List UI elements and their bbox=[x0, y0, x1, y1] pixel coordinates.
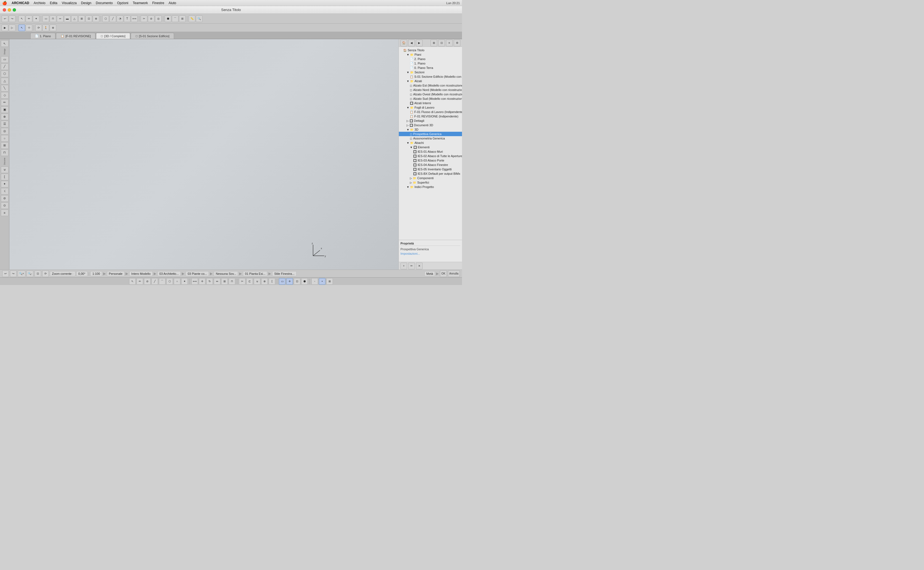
menu-visualizza[interactable]: Visualizza bbox=[60, 0, 78, 6]
tree-ies01[interactable]: 🔲 IES-01 Abaco Muri bbox=[399, 149, 462, 154]
tool-poly[interactable]: ⬡ bbox=[1, 70, 9, 77]
bt-eraser[interactable]: ⊘ bbox=[144, 278, 150, 285]
elev-tool[interactable]: ⊘ bbox=[148, 15, 155, 22]
tree-piano0[interactable]: 📄 0. Piano Terra bbox=[399, 66, 462, 70]
menu-archivio[interactable]: Archivio bbox=[32, 0, 48, 6]
tree-f01-flusso[interactable]: 📋 F-01 Flusso di Lavoro (Indipendente) bbox=[399, 110, 462, 114]
tree-ies03[interactable]: 🔲 IES-03 Abaco Porte bbox=[399, 158, 462, 162]
panel-home[interactable]: 🏠 bbox=[401, 40, 407, 46]
status-model[interactable]: Intero Modello bbox=[129, 271, 152, 276]
bt-star[interactable]: ✦ bbox=[181, 278, 188, 285]
tree-indici[interactable]: ▼ 📁 Indici Progetto bbox=[399, 185, 462, 189]
tool-symbol[interactable]: ⊎ bbox=[1, 167, 9, 173]
door-tool[interactable]: ⊞ bbox=[78, 15, 85, 22]
tree-alzato-ovest[interactable]: ◻ Alzato Ovest (Modello con ricostruzion… bbox=[399, 92, 462, 97]
tree-alzato-est[interactable]: ◻ Alzato Est (Modello con ricostruzione … bbox=[399, 83, 462, 88]
bt-mirror[interactable]: ⇔ bbox=[214, 278, 220, 285]
tree-alzati-int[interactable]: 🔲 Alzati Interni bbox=[399, 101, 462, 105]
bt-adjust[interactable]: ⟦ bbox=[269, 278, 275, 285]
tree-3d[interactable]: ▼ 📁 3D bbox=[399, 127, 462, 132]
tool-cross[interactable]: ⊕ bbox=[1, 113, 9, 120]
bt-arrow[interactable]: ↖ bbox=[129, 278, 136, 285]
tree-elementi[interactable]: ▼ 🔲 Elementi bbox=[399, 145, 462, 149]
tree-piano1[interactable]: 📄 1. Piano bbox=[399, 61, 462, 66]
apple-menu[interactable]: 🍎 bbox=[2, 1, 7, 5]
tree-ies04[interactable]: 🔲 IES-04 Abaco Finestre bbox=[399, 162, 462, 167]
select-tool[interactable]: ↖ bbox=[1, 40, 9, 47]
tool-line[interactable]: ╱ bbox=[1, 63, 9, 70]
3d-nav[interactable]: ⊕ bbox=[50, 25, 56, 31]
bt-line[interactable]: ╱ bbox=[152, 278, 158, 285]
roof-tool[interactable]: △ bbox=[71, 15, 78, 22]
menu-opzioni[interactable]: Opzioni bbox=[115, 0, 130, 6]
panel-forward[interactable]: ▶ bbox=[416, 40, 422, 46]
select-arrow[interactable]: ↖ bbox=[18, 25, 25, 31]
tree-alzati[interactable]: ▼ 📁 Alzati bbox=[399, 79, 462, 83]
bt-scale[interactable]: ⊞ bbox=[221, 278, 228, 285]
minimize-button[interactable] bbox=[8, 8, 11, 12]
bt-grid[interactable]: ⊞ bbox=[326, 278, 333, 285]
menu-aiuto[interactable]: Aiuto bbox=[167, 0, 178, 6]
window-tool[interactable]: ⊡ bbox=[86, 15, 92, 22]
tool-pencil[interactable]: ✏ bbox=[1, 99, 9, 106]
tree-alzato-sud[interactable]: ◻ Alzato Sud (Modello con ricostruzione … bbox=[399, 97, 462, 101]
panel-view1[interactable]: ⊞ bbox=[431, 40, 437, 46]
tab-s01[interactable]: ◻ [S-01 Sezione Edificio] bbox=[131, 33, 174, 39]
status-scale[interactable]: 1:100 bbox=[91, 271, 102, 276]
nav-btn2[interactable]: ▷ bbox=[9, 25, 15, 31]
tool-grid[interactable]: ☰ bbox=[1, 121, 9, 127]
tree-fogli[interactable]: ▼ 📁 Fogli di Lavoro bbox=[399, 105, 462, 110]
dim-tool[interactable]: ⟺ bbox=[131, 15, 138, 22]
undo-button[interactable]: ↩ bbox=[2, 15, 8, 22]
canvas-area[interactable]: y x z bbox=[9, 39, 399, 270]
panel-add[interactable]: + bbox=[401, 263, 407, 269]
tool-noslash[interactable]: ⊘ bbox=[1, 195, 9, 202]
status-layer[interactable]: Personale bbox=[107, 271, 125, 276]
bt-3d-move[interactable]: ✛ bbox=[286, 278, 293, 285]
tool-bullseye[interactable]: ⊙ bbox=[1, 202, 9, 209]
status-angle-val[interactable]: 0,00° bbox=[77, 271, 87, 276]
panel-view3[interactable]: ≡ bbox=[446, 40, 453, 46]
status-penset[interactable]: 03 Architetto... bbox=[158, 271, 181, 276]
menu-finestre[interactable]: Finestre bbox=[150, 0, 166, 6]
panel-back[interactable]: ◀ bbox=[408, 40, 415, 46]
nav-btn1[interactable]: ▶ bbox=[2, 25, 8, 31]
panel-edit[interactable]: ✏ bbox=[408, 263, 415, 269]
zoom-in[interactable]: 🔍 bbox=[196, 15, 203, 22]
tree-piani[interactable]: ▼ 📁 Piani bbox=[399, 52, 462, 57]
line-tool[interactable]: ╱ bbox=[109, 15, 116, 22]
tool-rect[interactable]: ⊞ bbox=[1, 142, 9, 149]
bt-poly[interactable]: ⬡ bbox=[166, 278, 173, 285]
camera-tool[interactable]: ◎ bbox=[155, 15, 162, 22]
obj-tool[interactable]: ⊕ bbox=[93, 15, 99, 22]
bt-3d-ortho[interactable]: ⊡ bbox=[294, 278, 300, 285]
status-zoom-label[interactable]: Zoom corrente : bbox=[50, 271, 75, 276]
measure-tool[interactable]: 📏 bbox=[189, 15, 195, 22]
menu-archicad[interactable]: ARCHICAD bbox=[10, 0, 31, 6]
tree-piano2[interactable]: 📄 2. Piano bbox=[399, 57, 462, 61]
tree-sezioni[interactable]: ▼ 📁 Sezioni bbox=[399, 70, 462, 74]
beam-tool[interactable]: ═ bbox=[57, 15, 63, 22]
redo-button[interactable]: ↪ bbox=[9, 15, 15, 22]
status-zoomout[interactable]: 🔍- bbox=[26, 270, 33, 277]
morph-tool[interactable]: ⬢ bbox=[165, 15, 171, 22]
tree-doc3d[interactable]: ▷ 🔲 Documenti 3D bbox=[399, 123, 462, 127]
status-redo[interactable]: ↪ bbox=[10, 270, 17, 277]
mesh-tool[interactable]: ⊞ bbox=[179, 15, 186, 22]
tree-s01[interactable]: 📋 S-01 Sezione Edificio (Modello con ric… bbox=[399, 74, 462, 79]
bt-trim[interactable]: ✂ bbox=[239, 278, 246, 285]
panel-settings[interactable]: ⚙ bbox=[454, 40, 460, 46]
menu-design[interactable]: Design bbox=[79, 0, 93, 6]
arc-tool[interactable]: ◔ bbox=[117, 15, 123, 22]
tab-1piano[interactable]: 📄 1. Piano bbox=[30, 33, 55, 39]
bt-snap2[interactable]: • bbox=[319, 278, 325, 285]
tree-prosp-gen[interactable]: ◻ Prospettiva Generica bbox=[399, 132, 462, 136]
tree-assom-gen[interactable]: ◻ Assonometria Generica bbox=[399, 136, 462, 141]
3d-orbit[interactable]: ⟳ bbox=[35, 25, 42, 31]
bt-snap1[interactable]: ◦ bbox=[312, 278, 318, 285]
tree-dettagli[interactable]: ▷ 🔲 Dettagli bbox=[399, 118, 462, 123]
status-angle[interactable]: ⟳ bbox=[42, 270, 49, 277]
tree-componenti[interactable]: ▷ 📁 Componenti bbox=[399, 176, 462, 180]
bt-split[interactable]: ⊏ bbox=[246, 278, 253, 285]
status-zoomin[interactable]: 🔍+ bbox=[18, 270, 25, 277]
